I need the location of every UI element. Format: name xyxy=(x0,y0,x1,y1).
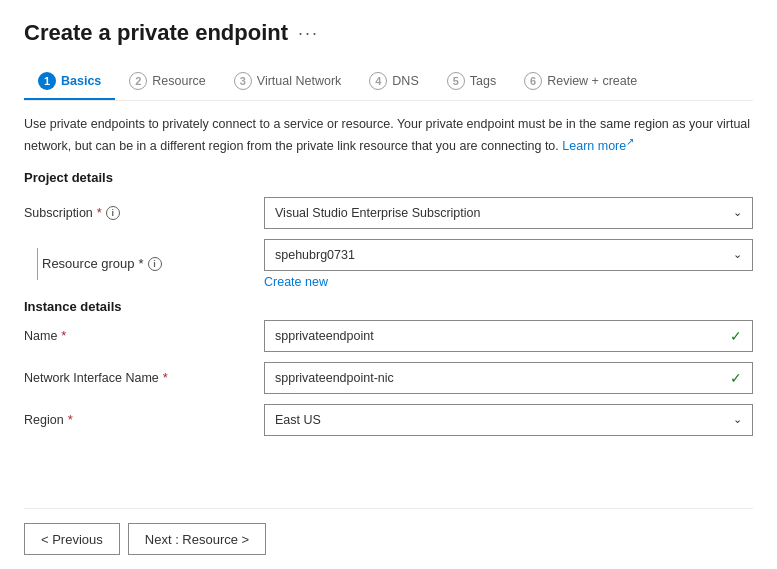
page-title: Create a private endpoint xyxy=(24,20,288,46)
resource-group-label: Resource group xyxy=(42,256,135,271)
name-check-icon: ✓ xyxy=(720,328,752,344)
more-options-icon[interactable]: ··· xyxy=(298,23,319,44)
nic-required: * xyxy=(163,370,168,385)
instance-details-title: Instance details xyxy=(24,299,753,314)
region-required: * xyxy=(68,412,73,427)
name-label: Name xyxy=(24,329,57,343)
footer: < Previous Next : Resource > xyxy=(24,508,753,569)
info-banner-text: Use private endpoints to privately conne… xyxy=(24,117,750,153)
tab-review-create[interactable]: 6 Review + create xyxy=(510,64,651,100)
resource-group-info-icon[interactable]: i xyxy=(148,257,162,271)
create-new-link[interactable]: Create new xyxy=(264,275,753,289)
name-required: * xyxy=(61,328,66,343)
subscription-dropdown-arrow: ⌄ xyxy=(733,206,742,219)
subscription-info-icon[interactable]: i xyxy=(106,206,120,220)
region-label: Region xyxy=(24,413,64,427)
name-input-wrapper: ✓ xyxy=(264,320,753,352)
resource-group-required: * xyxy=(139,256,144,271)
tab-resource-label: Resource xyxy=(152,74,206,88)
tab-resource-number: 2 xyxy=(129,72,147,90)
tab-review-create-label: Review + create xyxy=(547,74,637,88)
tab-dns[interactable]: 4 DNS xyxy=(355,64,432,100)
nic-check-icon: ✓ xyxy=(720,370,752,386)
external-link-icon: ↗ xyxy=(626,136,634,147)
tab-basics-label: Basics xyxy=(61,74,101,88)
resource-group-dropdown[interactable]: spehubrg0731 ⌄ xyxy=(264,239,753,271)
nic-label: Network Interface Name xyxy=(24,371,159,385)
tab-basics-number: 1 xyxy=(38,72,56,90)
subscription-required: * xyxy=(97,205,102,220)
subscription-value: Visual Studio Enterprise Subscription xyxy=(275,206,480,220)
resource-group-row: Resource group * i spehubrg0731 ⌄ Create… xyxy=(24,239,753,289)
tab-dns-label: DNS xyxy=(392,74,418,88)
tab-dns-number: 4 xyxy=(369,72,387,90)
subscription-label: Subscription xyxy=(24,206,93,220)
resource-group-value: spehubrg0731 xyxy=(275,248,355,262)
nic-row: Network Interface Name * ✓ xyxy=(24,362,753,394)
tab-bar: 1 Basics 2 Resource 3 Virtual Network 4 … xyxy=(24,64,753,101)
form-area: Project details Subscription * i Visual … xyxy=(24,170,753,508)
info-banner: Use private endpoints to privately conne… xyxy=(24,115,753,156)
tab-tags-label: Tags xyxy=(470,74,496,88)
name-row: Name * ✓ xyxy=(24,320,753,352)
tab-virtual-network-label: Virtual Network xyxy=(257,74,342,88)
tab-tags-number: 5 xyxy=(447,72,465,90)
region-dropdown[interactable]: East US ⌄ xyxy=(264,404,753,436)
tab-tags[interactable]: 5 Tags xyxy=(433,64,510,100)
region-value: East US xyxy=(275,413,321,427)
subscription-row: Subscription * i Visual Studio Enterpris… xyxy=(24,197,753,229)
region-row: Region * East US ⌄ xyxy=(24,404,753,436)
tab-basics[interactable]: 1 Basics xyxy=(24,64,115,100)
next-button[interactable]: Next : Resource > xyxy=(128,523,266,555)
tab-virtual-network[interactable]: 3 Virtual Network xyxy=(220,64,356,100)
previous-button[interactable]: < Previous xyxy=(24,523,120,555)
tab-review-create-number: 6 xyxy=(524,72,542,90)
resource-group-dropdown-arrow: ⌄ xyxy=(733,248,742,261)
nic-input[interactable] xyxy=(265,366,720,390)
subscription-dropdown[interactable]: Visual Studio Enterprise Subscription ⌄ xyxy=(264,197,753,229)
tab-resource[interactable]: 2 Resource xyxy=(115,64,220,100)
nic-input-wrapper: ✓ xyxy=(264,362,753,394)
region-dropdown-arrow: ⌄ xyxy=(733,413,742,426)
name-input[interactable] xyxy=(265,324,720,348)
project-details-title: Project details xyxy=(24,170,753,185)
tab-virtual-network-number: 3 xyxy=(234,72,252,90)
learn-more-link[interactable]: Learn more↗ xyxy=(562,139,634,153)
